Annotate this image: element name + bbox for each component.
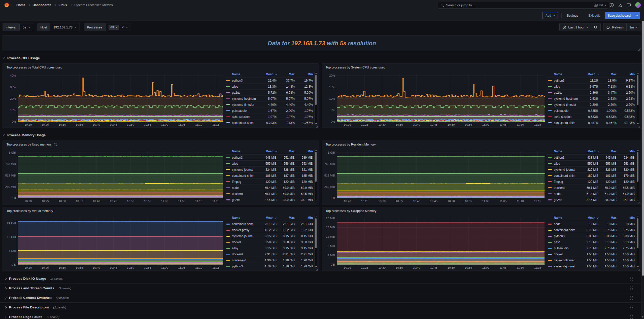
legend-row[interactable]: alloy3.15 GiB3.15 GiB3.15 GiB xyxy=(225,245,313,251)
legend-row[interactable]: ffmpeg120 MiB120 MiB120 MiB xyxy=(225,179,313,185)
scroll-up-icon[interactable] xyxy=(315,150,317,151)
panel-title[interactable]: Top processes by System CPU cores used xyxy=(322,64,641,71)
legend-row[interactable]: pulseaudio0.835%1.000%0.533% xyxy=(547,108,635,114)
scrollbar-thumb[interactable] xyxy=(637,75,638,105)
legend-col-name[interactable]: Name xyxy=(225,216,256,220)
host-select[interactable]: 192.168.1.73 xyxy=(50,23,80,31)
drag-handle-icon[interactable] xyxy=(630,286,633,290)
legend-row[interactable]: alloy555 MiB556 MiB553 MiB xyxy=(547,160,635,166)
legend-row[interactable]: systemd-journal8.15 GiB8.15 GiB8.15 GiB xyxy=(225,233,313,239)
legend-row[interactable]: python31.78 GiB1.78 GiB1.78 GiB xyxy=(225,263,313,269)
legend-col-max[interactable]: Max xyxy=(598,73,617,76)
legend-row[interactable]: dockerd69.1 MiB69.9 MiB68.5 MiB xyxy=(225,191,313,197)
interval-select[interactable]: 5s xyxy=(19,23,33,31)
time-series-chart[interactable]: 0 B256 MiB512 MiB768 MiB1 GiB10:2010:251… xyxy=(323,148,546,204)
settings-button[interactable]: Settings xyxy=(565,12,580,19)
time-series-chart[interactable]: 0%10%20%30%40%10:2010:2510:3010:3510:401… xyxy=(4,71,224,127)
legend-row[interactable]: docker1.50 MiB1.50 MiB1.50 MiB xyxy=(547,251,635,257)
time-series-chart[interactable]: 0 B4 MiB8 MiB12 MiB16 MiB20 MiB10:2010:2… xyxy=(323,214,546,270)
scroll-up-icon[interactable] xyxy=(637,73,639,74)
monitor-icon[interactable] xyxy=(627,3,631,7)
scroll-down-icon[interactable] xyxy=(637,200,639,201)
collapsed-row-4[interactable]: Process File Descriptors(2 panels) xyxy=(0,302,641,312)
legend-col-min[interactable]: Min xyxy=(617,73,635,76)
scroll-down-icon[interactable] xyxy=(315,123,317,124)
legend-row[interactable]: go2rtc5.72%6.93%5.20% xyxy=(225,89,313,95)
legend-row[interactable]: systemd-timedat2.20%2.20%2.20% xyxy=(547,101,635,108)
breadcrumb-linux[interactable]: Linux xyxy=(58,3,67,7)
legend-row[interactable]: systemd-timedat4.40%4.40%4.40% xyxy=(225,101,313,108)
collapsed-row-5[interactable]: Process Page Faults(2 panels) xyxy=(0,312,641,319)
scrollbar-thumb[interactable] xyxy=(642,2,644,276)
legend-col-name[interactable]: Name xyxy=(547,150,578,153)
legend-col-min[interactable]: Min xyxy=(295,73,313,76)
legend-row[interactable]: containerd1.90 GiB1.90 GiB1.90 GiB xyxy=(225,257,313,263)
legend-col-min[interactable]: Min xyxy=(617,150,635,153)
legend-col-name[interactable]: Name xyxy=(547,73,578,76)
scrollbar-thumb[interactable] xyxy=(315,218,317,248)
legend-row[interactable]: go2rtc2.86%3.47%2.60% xyxy=(547,89,635,95)
panel-title[interactable]: Top processes by Resident Memory xyxy=(322,141,641,148)
legend-row[interactable]: go2rtc37.6 MiB38.0 MiB37.1 MiB xyxy=(225,197,313,203)
legend-row[interactable]: containerd-shim180 MiB181 MiB179 MiB xyxy=(547,172,635,179)
legend-row[interactable]: containerd-shim186 MiB187 MiB185 MiB xyxy=(225,172,313,179)
legend-col-mean[interactable]: Mean xyxy=(256,216,277,220)
info-icon[interactable]: i xyxy=(54,143,57,146)
scroll-up-icon[interactable] xyxy=(315,216,317,217)
legend-row[interactable]: systemd-hostnam2.53%2.53%2.53% xyxy=(547,95,635,101)
legend-scrollbar[interactable] xyxy=(314,148,317,202)
refresh-button[interactable]: Refresh xyxy=(603,23,626,31)
scroll-up-icon[interactable] xyxy=(637,150,639,151)
legend-col-min[interactable]: Min xyxy=(617,216,635,220)
add-button[interactable]: Add xyxy=(542,12,558,19)
legend-row[interactable]: containerd-shim0.793%1.73%0.267% xyxy=(225,120,313,126)
legend-col-min[interactable]: Min xyxy=(295,150,313,153)
legend-row[interactable]: docker-proxy16.2 GiB16.2 GiB16.2 GiB xyxy=(225,227,313,233)
legend-row[interactable]: bash3.13 MiB3.13 MiB3.13 MiB xyxy=(547,239,635,245)
legend-col-max[interactable]: Max xyxy=(598,216,617,220)
scroll-down-icon[interactable] xyxy=(637,123,639,124)
refresh-interval-select[interactable]: 1m xyxy=(626,23,640,31)
scroll-up-icon[interactable] xyxy=(637,216,639,217)
legend-row[interactable]: systemd-journal1.50 MiB1.50 MiB1.50 MiB xyxy=(547,263,635,269)
legend-row[interactable]: systemd-hostnam5.07%5.07%5.07% xyxy=(225,95,313,101)
legend-row[interactable]: docker3.58 GiB3.58 GiB3.58 GiB xyxy=(225,239,313,245)
legend-col-mean[interactable]: Mean xyxy=(256,73,277,76)
legend-row[interactable]: containerd-shim0.387%0.867%0.133% xyxy=(547,120,635,126)
legend-row[interactable]: containerd-shim5.75 MiB5.75 MiB5.75 MiB xyxy=(547,227,635,233)
processes-select[interactable]: All× × xyxy=(105,23,131,31)
legend-row[interactable]: python322.4%37.7%19.7% xyxy=(225,77,313,83)
legend-row[interactable]: python35.38 MiB5.38 MiB5.38 MiB xyxy=(547,233,635,239)
legend-row[interactable]: systemd-journal324 MiB328 MiB321 MiB xyxy=(225,166,313,172)
search-input[interactable]: Search or jump to... ctrl+k xyxy=(438,2,609,9)
scrollbar-thumb[interactable] xyxy=(315,152,317,182)
row-header-cpu[interactable]: Process CPU Usage xyxy=(3,55,40,61)
save-dashboard-caret[interactable] xyxy=(634,12,640,19)
scrollbar-thumb[interactable] xyxy=(637,218,638,248)
legend-row[interactable]: python3938 MiB945 MiB934 MiB xyxy=(547,154,635,160)
row-header-memory[interactable]: Process Memory Usage xyxy=(3,132,46,138)
legend-col-max[interactable]: Max xyxy=(598,150,617,153)
time-range-picker[interactable]: Last 1 hour xyxy=(560,23,591,31)
legend-row[interactable]: containerd-shim25.1 GiB25.1 GiB25.1 GiB xyxy=(225,221,313,227)
legend-col-mean[interactable]: Mean xyxy=(578,73,598,76)
scrollbar-thumb[interactable] xyxy=(315,75,317,105)
legend-row[interactable]: sshd-session0.533%0.533%0.533% xyxy=(547,114,635,120)
legend-col-max[interactable]: Max xyxy=(277,73,295,76)
clear-icon[interactable]: × xyxy=(122,25,124,29)
panel-title[interactable]: Top processes by Total CPU cores used xyxy=(3,64,319,71)
legend-row[interactable]: go2rtc37.6 MiB38.0 MiB37.1 MiB xyxy=(547,197,635,203)
scroll-down-icon[interactable] xyxy=(315,266,317,267)
legend-row[interactable]: dockerd69.1 MiB69.9 MiB68.5 MiB xyxy=(547,185,635,191)
window-scrollbar[interactable] xyxy=(641,0,644,319)
exit-edit-button[interactable]: Exit edit xyxy=(587,12,601,19)
scrollbar-down-arrow[interactable] xyxy=(642,316,643,318)
legend-row[interactable]: alloy13.3%14.3%12.3% xyxy=(225,83,313,89)
scrollbar-thumb[interactable] xyxy=(637,152,638,182)
legend-row[interactable]: node69.4 MiB69.9 MiB69.0 MiB xyxy=(225,185,313,191)
legend-scrollbar[interactable] xyxy=(636,148,639,202)
save-dashboard-button[interactable]: Save dashboard xyxy=(605,12,634,19)
remove-icon[interactable]: × xyxy=(116,25,118,29)
scroll-up-icon[interactable] xyxy=(315,73,317,74)
zoom-out-button[interactable] xyxy=(591,23,600,31)
